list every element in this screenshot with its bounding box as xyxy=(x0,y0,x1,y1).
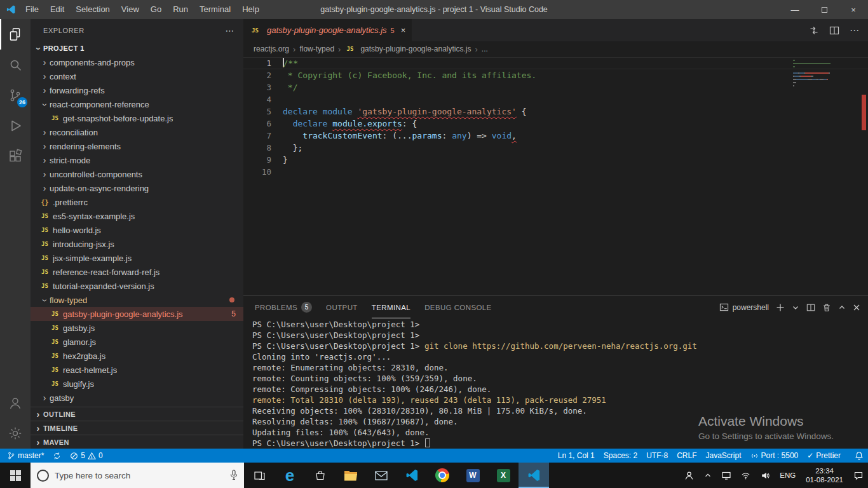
code-line-7[interactable]: 7 trackCustomEvent: (...params: any) => … xyxy=(243,130,868,142)
split-terminal-icon[interactable] xyxy=(806,303,815,312)
taskbar-app-mail[interactable] xyxy=(366,463,397,488)
status-branch[interactable]: master* xyxy=(3,449,48,463)
explorer-more-actions-icon[interactable]: ⋯ xyxy=(225,25,234,36)
new-terminal-icon[interactable] xyxy=(776,303,785,312)
taskbar-app-word[interactable]: W xyxy=(458,463,488,488)
tree-folder-reconciliation[interactable]: ›reconciliation xyxy=(31,125,243,139)
tree-folder-components-and-props[interactable]: ›components-and-props xyxy=(31,55,243,69)
more-actions-icon[interactable]: ⋯ xyxy=(850,25,859,36)
code-line-9[interactable]: 9} xyxy=(243,154,868,166)
section-outline[interactable]: ›OUTLINE xyxy=(31,407,243,421)
tray-clock[interactable]: 23:34 01-08-2021 xyxy=(800,463,849,488)
tree-folder-context[interactable]: ›context xyxy=(31,69,243,83)
start-button[interactable] xyxy=(0,463,31,488)
status-sync[interactable] xyxy=(48,449,65,463)
section-timeline[interactable]: ›TIMELINE xyxy=(31,421,243,435)
tree-file-.prettierrc[interactable]: {}.prettierrc xyxy=(31,195,243,209)
tree-file-react-helmet.js[interactable]: JSreact-helmet.js xyxy=(31,363,243,377)
section-maven[interactable]: ›MAVEN xyxy=(31,435,243,449)
breadcrumb-item[interactable]: reactjs.org xyxy=(254,44,289,53)
code-line-5[interactable]: 5declare module 'gatsby-plugin-google-an… xyxy=(243,105,868,118)
minimap[interactable] xyxy=(793,60,858,92)
tree-file-introducing-jsx.js[interactable]: JSintroducing-jsx.js xyxy=(31,237,243,251)
accounts-icon[interactable] xyxy=(0,388,31,418)
code-line-2[interactable]: 2 * Copyright (c) Facebook, Inc. and its… xyxy=(243,69,868,81)
maximize-panel-icon[interactable] xyxy=(838,304,846,311)
tree-file-reference-react-forward-ref.js[interactable]: JSreference-react-forward-ref.js xyxy=(31,265,243,279)
kill-terminal-icon[interactable] xyxy=(822,303,831,312)
close-window-button[interactable]: × xyxy=(839,0,868,19)
open-changes-icon[interactable] xyxy=(809,25,819,36)
panel-tab-terminal[interactable]: TERMINAL xyxy=(372,296,410,318)
menu-go[interactable]: Go xyxy=(145,0,167,19)
taskbar-app-file-explorer[interactable] xyxy=(336,463,366,488)
tree-file-gatsby-plugin-google-analytics.js[interactable]: JSgatsby-plugin-google-analytics.js5 xyxy=(31,307,243,321)
close-panel-icon[interactable] xyxy=(853,304,860,311)
tree-file-es5-syntax-example.js[interactable]: JSes5-syntax-example.js xyxy=(31,209,243,223)
taskbar-app-store[interactable] xyxy=(305,463,336,488)
tray-language[interactable]: ENG xyxy=(775,463,800,488)
tree-folder-react-component-reference[interactable]: ›react-component-reference xyxy=(31,97,243,111)
microphone-icon[interactable] xyxy=(230,470,238,481)
chevron-down-icon[interactable] xyxy=(792,304,799,311)
extensions-icon[interactable] xyxy=(0,141,31,172)
project-root-row[interactable]: › PROJECT 1 xyxy=(31,41,243,55)
menu-selection[interactable]: Selection xyxy=(70,0,115,19)
status-cursor-position[interactable]: Ln 1, Col 1 xyxy=(553,449,599,463)
breadcrumb-item[interactable]: ... xyxy=(482,44,488,53)
code-line-10[interactable]: 10 xyxy=(243,166,868,178)
split-editor-icon[interactable] xyxy=(829,25,839,36)
volume-icon[interactable] xyxy=(756,463,775,488)
search-icon[interactable] xyxy=(0,50,31,80)
taskbar-app-vscode[interactable] xyxy=(397,463,427,488)
tree-file-hello-world.js[interactable]: JShello-world.js xyxy=(31,223,243,237)
code-line-4[interactable]: 4 xyxy=(243,93,868,105)
action-center-icon[interactable] xyxy=(849,463,868,488)
menu-file[interactable]: File xyxy=(20,0,44,19)
maximize-button[interactable] xyxy=(810,0,839,19)
terminal-shell-selector[interactable]: powershell xyxy=(719,302,769,312)
menu-run[interactable]: Run xyxy=(167,0,194,19)
explorer-icon[interactable] xyxy=(0,19,31,50)
tree-file-slugify.js[interactable]: JSslugify.js xyxy=(31,377,243,391)
terminal-output[interactable]: PS C:\Users\user\Desktop\project 1>PS C:… xyxy=(243,318,868,449)
menu-help[interactable]: Help xyxy=(236,0,265,19)
tree-file-gatsby.js[interactable]: JSgatsby.js xyxy=(31,321,243,335)
tree-folder-update-on-async-rendering[interactable]: ›update-on-async-rendering xyxy=(31,181,243,195)
panel-tab-problems[interactable]: PROBLEMS5 xyxy=(255,296,312,318)
menu-view[interactable]: View xyxy=(116,0,145,19)
status-port[interactable]: Port : 5500 xyxy=(746,449,803,463)
code-line-6[interactable]: 6 declare module.exports: { xyxy=(243,118,868,130)
close-tab-icon[interactable]: × xyxy=(401,25,406,35)
code-line-8[interactable]: 8 }; xyxy=(243,142,868,154)
taskbar-app-task-view[interactable] xyxy=(244,463,275,488)
tree-file-glamor.js[interactable]: JSglamor.js xyxy=(31,335,243,349)
status-language[interactable]: JavaScript xyxy=(702,449,746,463)
tree-folder-rendering-elements[interactable]: ›rendering-elements xyxy=(31,139,243,153)
code-area[interactable]: 1/**2 * Copyright (c) Facebook, Inc. and… xyxy=(243,57,868,178)
settings-gear-icon[interactable] xyxy=(0,418,31,449)
menu-terminal[interactable]: Terminal xyxy=(194,0,236,19)
taskbar-app-chrome[interactable] xyxy=(427,463,458,488)
tab-gatsby-plugin-google-analytics[interactable]: JS gatsby-plugin-google-analytics.js 5 × xyxy=(243,19,412,41)
tree-file-tutorial-expanded-version.js[interactable]: JStutorial-expanded-version.js xyxy=(31,279,243,293)
tree-folder-flow-typed[interactable]: ›flow-typed xyxy=(31,293,243,307)
notifications-bell[interactable] xyxy=(850,449,868,463)
tree-file-hex2rgba.js[interactable]: JShex2rgba.js xyxy=(31,349,243,363)
taskbar-app-vscode-active[interactable] xyxy=(519,463,549,488)
status-problems[interactable]: 5 0 xyxy=(65,449,107,463)
source-control-icon[interactable]: 26 xyxy=(0,80,31,111)
taskbar-app-excel[interactable]: X xyxy=(488,463,519,488)
search-input[interactable] xyxy=(55,471,224,480)
breadcrumb-item[interactable]: JSgatsby-plugin-google-analytics.js xyxy=(344,44,471,54)
taskbar-search[interactable] xyxy=(31,463,244,488)
status-eol[interactable]: CRLF xyxy=(672,449,701,463)
editor-scrollbar[interactable] xyxy=(859,57,868,295)
minimize-button[interactable]: — xyxy=(780,0,810,19)
tree-file-jsx-simple-example.js[interactable]: JSjsx-simple-example.js xyxy=(31,251,243,265)
code-line-1[interactable]: 1/** xyxy=(243,57,868,69)
run-debug-icon[interactable] xyxy=(0,111,31,141)
status-encoding[interactable]: UTF-8 xyxy=(642,449,672,463)
display-icon[interactable] xyxy=(717,463,736,488)
tree-folder-uncontrolled-components[interactable]: ›uncontrolled-components xyxy=(31,167,243,181)
